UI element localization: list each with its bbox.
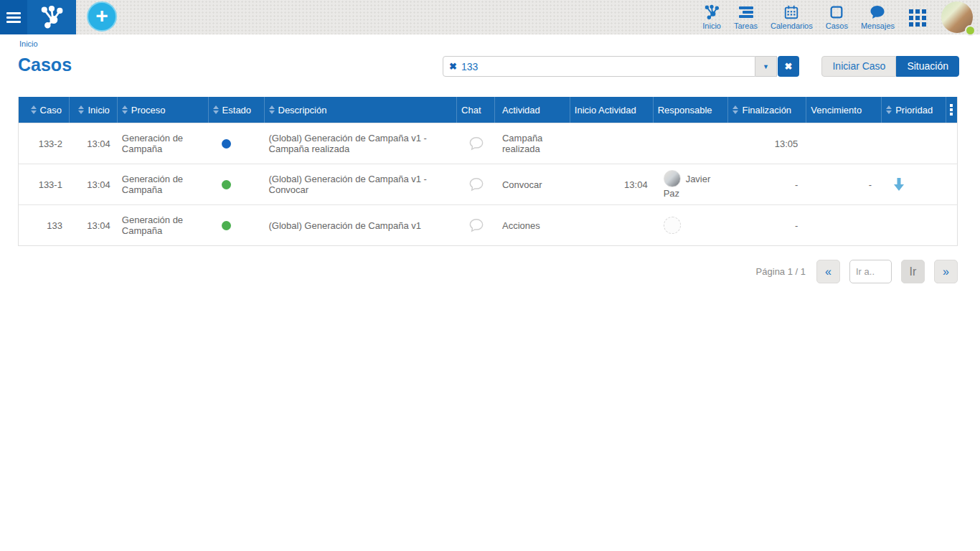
calendar-icon bbox=[783, 4, 799, 20]
menu-button[interactable] bbox=[0, 0, 27, 34]
cell-responsable bbox=[654, 205, 729, 245]
table-row[interactable]: 133 13:04 Generación de Campaña (Global)… bbox=[19, 204, 957, 245]
status-dot bbox=[222, 180, 231, 189]
responsable-last-name: Paz bbox=[664, 188, 725, 199]
cell-proceso: Generación de Campaña bbox=[118, 123, 209, 164]
cell-vencimiento bbox=[806, 205, 882, 245]
prev-page-button[interactable]: « bbox=[816, 260, 840, 283]
next-page-button[interactable]: » bbox=[934, 260, 958, 283]
cell-prioridad bbox=[882, 205, 946, 245]
col-caso[interactable]: Caso bbox=[19, 97, 70, 123]
chat-bubble-icon bbox=[468, 177, 484, 192]
cell-caso: 133 bbox=[19, 205, 70, 245]
col-responsable: Responsable bbox=[654, 97, 729, 123]
col-descripcion[interactable]: Descripción bbox=[265, 97, 458, 123]
cell-chat[interactable] bbox=[457, 205, 495, 245]
flokzu-home-icon bbox=[704, 4, 720, 20]
cell-responsable: Javier Paz bbox=[654, 164, 729, 204]
col-prioridad[interactable]: Prioridad bbox=[882, 97, 946, 123]
cell-descripcion: (Global) Generación de Campaña v1 - Camp… bbox=[265, 123, 458, 164]
clear-search-button[interactable]: ✖ bbox=[778, 56, 799, 77]
col-inicio-actividad: Inicio Actividad bbox=[570, 97, 654, 123]
sort-icon bbox=[122, 105, 128, 114]
cell-inicio: 13:04 bbox=[70, 123, 118, 164]
sort-icon bbox=[886, 105, 892, 114]
apps-grid-button[interactable] bbox=[901, 0, 934, 30]
double-chevron-right-icon: » bbox=[943, 265, 949, 278]
nav-calendarios-label: Calendarios bbox=[771, 22, 813, 30]
cell-chat[interactable] bbox=[457, 164, 495, 204]
nav-inicio[interactable]: Inicio bbox=[696, 0, 727, 30]
sort-icon bbox=[31, 105, 37, 114]
table-row[interactable]: 133-1 13:04 Generación de Campaña (Globa… bbox=[19, 164, 957, 204]
cell-vencimiento: - bbox=[806, 164, 882, 204]
cell-prioridad bbox=[882, 123, 946, 164]
sort-icon bbox=[78, 105, 84, 114]
cell-estado bbox=[209, 123, 265, 164]
col-chat: Chat bbox=[457, 97, 495, 123]
double-chevron-left-icon: « bbox=[825, 265, 831, 278]
hamburger-icon bbox=[6, 10, 21, 25]
breadcrumb[interactable]: Inicio bbox=[19, 39, 38, 48]
nav-mensajes-label: Mensajes bbox=[861, 22, 895, 30]
cell-actividad: Campaña realizada bbox=[495, 123, 570, 164]
col-proceso[interactable]: Proceso bbox=[118, 97, 209, 123]
responsable-avatar-placeholder bbox=[664, 217, 681, 234]
cell-inicio: 13:04 bbox=[70, 164, 118, 204]
cell-estado bbox=[209, 205, 265, 245]
cell-inicio-actividad bbox=[570, 123, 654, 164]
search-options-dropdown[interactable]: ▼ bbox=[755, 56, 777, 77]
col-vencimiento: Vencimiento bbox=[806, 97, 882, 123]
chat-bubble-icon bbox=[468, 218, 484, 232]
case-actions: Iniciar Caso Situación bbox=[821, 56, 959, 77]
flokzu-logo-icon bbox=[39, 5, 64, 29]
responsable-first-name: Javier bbox=[686, 174, 711, 184]
cell-proceso: Generación de Campaña bbox=[118, 205, 209, 245]
columns-menu-button[interactable] bbox=[946, 97, 957, 123]
filter-chip-clear-icon[interactable]: ✖ bbox=[449, 61, 457, 72]
table-row[interactable]: 133-2 13:04 Generación de Campaña (Globa… bbox=[19, 123, 957, 164]
cell-inicio-actividad bbox=[570, 205, 654, 245]
col-finalizacion[interactable]: Finalización bbox=[728, 97, 806, 123]
nav-calendarios[interactable]: Calendarios bbox=[764, 0, 819, 30]
cell-actividad: Acciones bbox=[495, 205, 570, 245]
cell-finalizacion: - bbox=[728, 205, 806, 245]
col-inicio[interactable]: Inicio bbox=[70, 97, 118, 123]
nav-tareas-label: Tareas bbox=[734, 22, 758, 30]
cell-vencimiento bbox=[806, 123, 882, 164]
top-bar: + Inicio Tareas bbox=[0, 0, 980, 34]
online-status-dot bbox=[965, 25, 976, 36]
cell-caso: 133-1 bbox=[19, 164, 70, 204]
cell-inicio-actividad: 13:04 bbox=[570, 164, 654, 204]
cell-inicio: 13:04 bbox=[70, 205, 118, 245]
start-case-button[interactable]: Iniciar Caso bbox=[821, 56, 896, 77]
new-item-button[interactable]: + bbox=[87, 1, 117, 32]
col-actividad: Actividad bbox=[495, 97, 570, 123]
apps-grid-icon bbox=[908, 9, 927, 27]
page-title: Casos bbox=[18, 55, 72, 75]
search-value: 133 bbox=[461, 61, 478, 72]
goto-page-input[interactable] bbox=[849, 260, 892, 283]
cell-proceso: Generación de Campaña bbox=[118, 164, 209, 204]
search-input[interactable]: ✖ 133 bbox=[443, 56, 755, 77]
close-icon: ✖ bbox=[785, 61, 793, 72]
cell-chat[interactable] bbox=[457, 123, 495, 164]
cell-prioridad bbox=[882, 164, 946, 204]
col-estado[interactable]: Estado bbox=[209, 97, 265, 123]
cell-estado bbox=[209, 164, 265, 204]
page-indicator: Página 1 / 1 bbox=[756, 266, 806, 277]
cases-icon bbox=[829, 4, 844, 20]
cell-finalizacion: 13:05 bbox=[728, 123, 806, 164]
nav-casos-label: Casos bbox=[826, 22, 848, 30]
nav-tareas[interactable]: Tareas bbox=[727, 0, 764, 30]
status-dot bbox=[222, 139, 231, 149]
nav-mensajes[interactable]: Mensajes bbox=[854, 0, 901, 30]
app-logo[interactable] bbox=[27, 0, 76, 34]
nav-casos[interactable]: Casos bbox=[819, 0, 854, 30]
go-button[interactable]: Ir bbox=[901, 260, 925, 283]
sort-icon bbox=[269, 105, 275, 114]
chat-bubble-icon bbox=[468, 136, 484, 151]
situation-button[interactable]: Situación bbox=[896, 56, 959, 77]
cell-descripcion: (Global) Generación de Campaña v1 bbox=[265, 205, 458, 245]
user-menu[interactable] bbox=[941, 1, 974, 34]
